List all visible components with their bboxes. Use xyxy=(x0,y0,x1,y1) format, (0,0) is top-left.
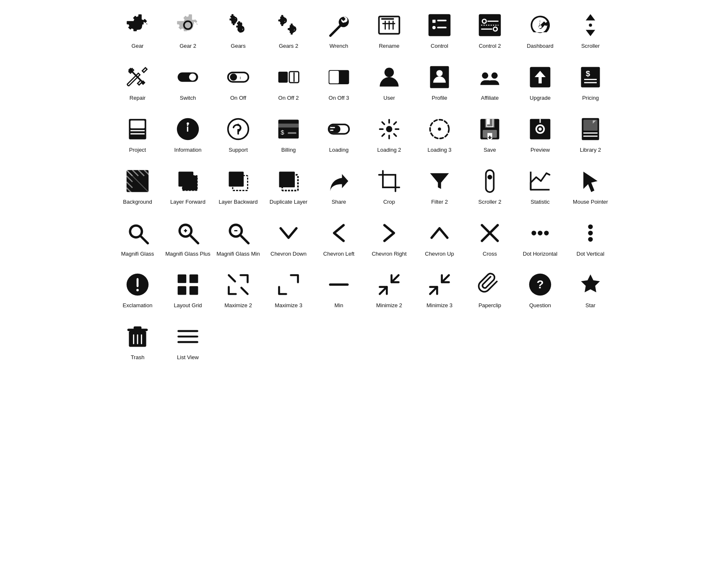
duplicatelayer-icon xyxy=(276,168,301,194)
icon-label-loading2: Loading 2 xyxy=(377,147,401,154)
background-icon xyxy=(125,168,150,194)
svg-text:$: $ xyxy=(586,69,590,78)
icon-label-user: User xyxy=(383,95,395,102)
icon-label-minimize2: Minimize 2 xyxy=(376,302,402,309)
magniglassplus-icon xyxy=(175,220,200,246)
switch-icon xyxy=(175,65,200,90)
icon-label-crop: Crop xyxy=(383,199,395,206)
loading3-icon xyxy=(427,117,452,142)
icon-item-dotvertical: Dot Vertical xyxy=(565,216,616,264)
icon-label-wrench: Wrench xyxy=(330,43,348,50)
pricing-icon: $ xyxy=(578,65,603,90)
icon-item-onoff: IOn Off xyxy=(213,60,263,108)
icon-label-magniglass: Magnifi Glass xyxy=(121,251,154,258)
icon-label-chevronup: Chevron Up xyxy=(425,251,454,258)
icon-item-affiliate: Affiliate xyxy=(465,60,515,108)
question-icon: ? xyxy=(528,272,553,297)
svg-rect-73 xyxy=(279,171,295,187)
icon-item-mousepointer: Mouse Pointer xyxy=(565,164,616,212)
scroller-icon xyxy=(578,13,603,38)
icon-item-listview: List View xyxy=(163,320,213,368)
svg-line-91 xyxy=(242,236,249,243)
save-icon xyxy=(477,117,502,142)
icon-item-statistic: Statistic xyxy=(515,164,565,212)
gear-icon xyxy=(125,13,150,38)
icon-label-magniglassplus: Magnifi Glass Plus xyxy=(165,251,211,258)
icon-item-onoff2: On Off 2 xyxy=(263,60,314,108)
icon-label-duplicatelayer: Duplicate Layer xyxy=(270,199,307,206)
svg-point-52 xyxy=(386,126,393,132)
icon-item-profile: Profile xyxy=(414,60,465,108)
chevronup-icon xyxy=(427,220,452,246)
icon-item-repair: Repair xyxy=(112,60,163,108)
icon-label-rename: Rename xyxy=(379,43,399,50)
icon-label-loading3: Loading 3 xyxy=(427,147,451,154)
svg-point-60 xyxy=(538,127,542,131)
grid-spacer xyxy=(263,320,314,368)
icon-item-gears2: Gears 2 xyxy=(263,8,314,56)
icon-label-library2: Library 2 xyxy=(580,147,601,154)
icon-item-magniglassmin: Magnifi Glass Min xyxy=(213,216,263,264)
svg-point-41 xyxy=(187,122,189,125)
grid-spacer xyxy=(465,320,515,368)
onoff-icon: I xyxy=(226,65,251,90)
library2-icon xyxy=(578,117,603,142)
icon-label-upgrade: Upgrade xyxy=(530,95,551,102)
svg-rect-70 xyxy=(229,171,244,187)
svg-rect-36 xyxy=(130,120,145,128)
icon-item-dashboard: Dashboard xyxy=(515,8,565,56)
grid-spacer xyxy=(213,320,263,368)
icon-label-loading: Loading xyxy=(329,147,348,154)
onoff2-icon xyxy=(276,65,301,90)
svg-rect-74 xyxy=(383,175,395,187)
svg-line-81 xyxy=(141,237,148,243)
icon-item-loading: Loading xyxy=(314,112,364,160)
icon-item-star: Star xyxy=(565,268,616,316)
icon-item-share: Share xyxy=(314,164,364,212)
icon-item-chevronleft: Chevron Left xyxy=(314,216,364,264)
svg-text:?: ? xyxy=(537,278,544,291)
icon-label-scroller2: Scroller 2 xyxy=(478,199,502,206)
layerbackward-icon xyxy=(226,168,251,194)
icon-item-trash: Trash xyxy=(112,320,163,368)
icon-label-affiliate: Affiliate xyxy=(481,95,499,102)
svg-point-28 xyxy=(482,73,488,79)
icon-label-chevrondown: Chevron Down xyxy=(270,251,307,258)
svg-point-99 xyxy=(588,237,593,241)
preview-icon xyxy=(528,117,553,142)
icon-label-support: Support xyxy=(229,147,248,154)
icon-item-paperclip: Paperclip xyxy=(465,268,515,316)
dotvertical-icon xyxy=(578,220,603,246)
wrench-icon xyxy=(326,13,351,38)
maximize2-icon xyxy=(226,272,251,297)
chevronright-icon xyxy=(377,220,402,246)
svg-point-96 xyxy=(544,231,549,235)
icon-label-pricing: Pricing xyxy=(582,95,599,102)
svg-rect-69 xyxy=(179,171,194,187)
icon-item-switch: Switch xyxy=(163,60,213,108)
icon-item-scroller2: Scroller 2 xyxy=(465,164,515,212)
icon-item-exclamation: Exclamation xyxy=(112,268,163,316)
icon-label-maximize2: Maximize 2 xyxy=(224,302,252,309)
icon-item-wrench: Wrench xyxy=(314,8,364,56)
grid-spacer xyxy=(414,320,465,368)
gears-icon xyxy=(226,13,251,38)
svg-point-80 xyxy=(131,227,141,236)
icon-label-mousepointer: Mouse Pointer xyxy=(573,199,608,206)
icon-item-maximize3: Maximize 3 xyxy=(263,268,314,316)
icon-item-loading2: Loading 2 xyxy=(364,112,414,160)
icon-item-onoff3: On Off 3 xyxy=(314,60,364,108)
svg-rect-76 xyxy=(487,175,492,179)
icon-item-preview: Preview xyxy=(515,112,565,160)
icon-item-control: Control xyxy=(414,8,465,56)
icon-label-layerforward: Layer Forward xyxy=(170,199,205,206)
icon-label-layerbackward: Layer Backward xyxy=(218,199,257,206)
icon-label-gears: Gears xyxy=(231,43,245,50)
trash-icon xyxy=(125,324,150,349)
icon-item-chevrondown: Chevron Down xyxy=(263,216,314,264)
icon-label-paperclip: Paperclip xyxy=(478,302,501,309)
minimize2-icon xyxy=(377,272,402,297)
icon-label-listview: List View xyxy=(177,354,199,361)
icon-label-onoff2: On Off 2 xyxy=(278,95,299,102)
icon-item-cross: Cross xyxy=(465,216,515,264)
